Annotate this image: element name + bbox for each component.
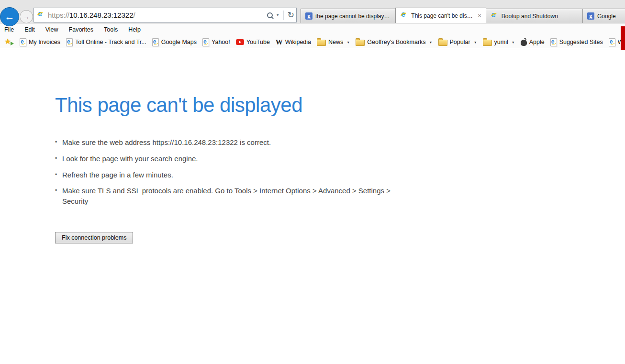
list-item: •Make sure TLS and SSL protocols are ena… [55, 186, 396, 207]
address-controls: ▼ ↻ [267, 11, 294, 20]
favorites-bar: My Invoices Toll Online - Track and Tr..… [0, 35, 625, 49]
tab-this-page-cant-be-displayed[interactable]: This page can't be displayed × [395, 8, 486, 23]
tab-google[interactable]: Google [582, 9, 625, 23]
favorite-suggested-sites[interactable]: Suggested Sites [547, 37, 606, 47]
youtube-icon [236, 39, 244, 45]
favorite-label: Popular [450, 39, 470, 45]
page-title: This page can't be displayed [55, 94, 606, 117]
google-favicon [587, 12, 594, 20]
bullet-icon: • [55, 170, 62, 180]
favorite-label: Suggested Sites [559, 39, 603, 45]
chevron-down-icon: ▼ [429, 41, 433, 44]
folder-icon [483, 40, 492, 46]
google-favicon [305, 12, 312, 20]
ie-favicon [37, 11, 45, 19]
menu-bar: File Edit View Favorites Tools Help [0, 23, 625, 35]
ie-page-icon [20, 38, 26, 46]
tab-label: Bootup and Shutdown [502, 13, 558, 20]
add-to-favorites-button[interactable] [1, 37, 17, 47]
favorite-toll-online[interactable]: Toll Online - Track and Tr... [63, 37, 149, 47]
favorite-popular-folder[interactable]: Popular▼ [435, 37, 480, 47]
menu-tools[interactable]: Tools [103, 25, 123, 34]
bullet-icon: • [55, 186, 62, 207]
forward-button[interactable]: → [20, 10, 33, 23]
list-item: •Make sure the web address https://10.16… [55, 137, 396, 148]
back-button[interactable]: ← [0, 7, 19, 26]
address-bar[interactable]: https://10.16.248.23:12322/ ▼ ↻ [33, 8, 297, 22]
fix-connection-problems-button[interactable]: Fix connection problems [55, 232, 133, 243]
suggestion-list: •Make sure the web address https://10.16… [55, 137, 396, 207]
ie-favicon [400, 11, 408, 20]
suggestion-text: Make sure TLS and SSL protocols are enab… [62, 186, 396, 207]
ie-page-icon [609, 38, 615, 46]
url-host: 10.16.248.23:12322 [69, 11, 133, 19]
favorite-apple[interactable]: Apple [518, 37, 547, 47]
suggestion-text: Refresh the page in a few minutes. [62, 170, 396, 180]
favorite-yahoo[interactable]: Yahoo! [200, 37, 233, 47]
list-item: •Refresh the page in a few minutes. [55, 170, 396, 180]
favorite-yumil-folder[interactable]: yumil▼ [480, 37, 518, 47]
browser-chrome: ← → https://10.16.248.23:12322/ ▼ ↻ the … [0, 0, 625, 23]
favorite-youtube[interactable]: YouTube [233, 37, 273, 47]
favorite-label: YouTube [246, 39, 270, 45]
tab-close-icon[interactable]: × [478, 12, 481, 19]
address-divider [283, 11, 284, 20]
browser-window: ← → https://10.16.248.23:12322/ ▼ ↻ the … [0, 0, 625, 364]
favorite-label: News [328, 39, 343, 45]
list-item: •Look for the page with your search engi… [55, 154, 396, 164]
navigation-zone: ← → https://10.16.248.23:12322/ ▼ ↻ [0, 0, 301, 23]
wikipedia-icon: W [276, 39, 283, 46]
url-scheme: https:// [48, 11, 69, 19]
bullet-icon: • [55, 137, 62, 148]
error-page: This page can't be displayed •Make sure … [0, 49, 625, 243]
favorite-label: Geoffrey's Bookmarks [367, 39, 425, 45]
chevron-down-icon: ▼ [346, 41, 350, 44]
url-path: / [134, 11, 135, 19]
menu-help[interactable]: Help [127, 25, 146, 34]
url-text[interactable]: https://10.16.248.23:12322/ [48, 11, 267, 19]
favorite-news-folder[interactable]: News▼ [314, 37, 353, 47]
chevron-down-icon: ▼ [512, 41, 515, 44]
ie-page-icon [550, 38, 557, 46]
favorite-google-maps[interactable]: Google Maps [149, 37, 200, 47]
forward-arrow-icon: → [23, 13, 30, 21]
refresh-icon[interactable]: ↻ [288, 11, 294, 19]
menu-view[interactable]: View [45, 25, 64, 34]
folder-icon [356, 40, 365, 46]
tab-label: the page cannot be displayed ... [315, 13, 391, 20]
favorite-label: yumil [494, 39, 508, 45]
tab-page-cannot-be-displayed[interactable]: the page cannot be displayed ... [301, 9, 396, 23]
ie-page-icon [66, 38, 73, 46]
tab-strip: the page cannot be displayed ... This pa… [301, 0, 625, 23]
ie-page-icon [152, 38, 159, 46]
favorite-wikipedia[interactable]: WWikipedia [273, 37, 314, 47]
favorite-label: Toll Online - Track and Tr... [75, 39, 146, 45]
folder-icon [438, 40, 447, 46]
folder-icon [317, 40, 326, 46]
suggestion-text: Look for the page with your search engin… [62, 154, 396, 164]
favorite-my-invoices[interactable]: My Invoices [17, 37, 63, 47]
favorite-geoffreys-bookmarks-folder[interactable]: Geoffrey's Bookmarks▼ [353, 37, 435, 47]
red-edge-artifact [621, 26, 625, 50]
ie-page-icon [202, 38, 209, 46]
suggestion-text: Make sure the web address https://10.16.… [62, 137, 396, 148]
favorite-label: Wikipedia [285, 39, 311, 45]
back-arrow-icon: ← [5, 11, 15, 22]
apple-icon [521, 40, 527, 46]
search-dropdown-icon[interactable]: ▼ [276, 13, 279, 17]
chevron-down-icon: ▼ [474, 41, 477, 44]
menu-edit[interactable]: Edit [23, 25, 41, 34]
tab-label: Google [597, 13, 616, 20]
tab-label: This page can't be displayed [411, 12, 473, 19]
favorite-label: Yahoo! [212, 39, 230, 45]
ie-favicon [491, 12, 499, 20]
menu-favorites[interactable]: Favorites [68, 25, 99, 34]
favorite-label: Google Maps [161, 39, 197, 45]
search-icon[interactable] [267, 12, 273, 18]
bullet-icon: • [55, 154, 62, 164]
favorite-label: My Invoices [29, 39, 60, 45]
tab-bootup-and-shutdown[interactable]: Bootup and Shutdown [486, 9, 583, 23]
favorites-star-icon [4, 38, 14, 46]
favorite-label: Apple [529, 39, 545, 45]
